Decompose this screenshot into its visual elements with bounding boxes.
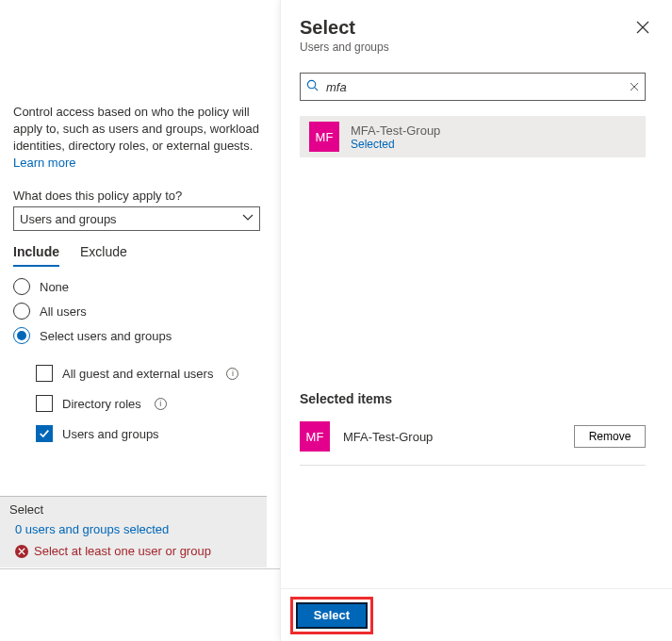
check-users-groups[interactable]: Users and groups [36,425,267,442]
apply-to-dropdown[interactable]: Users and groups [13,206,260,231]
tab-exclude[interactable]: Exclude [80,244,127,267]
search-icon [306,79,319,94]
avatar: MF [309,122,339,152]
radio-icon [13,303,30,320]
footer-divider [0,568,280,569]
checkbox-icon [36,395,53,412]
chevron-down-icon [242,212,254,226]
check-roles-label: Directory roles [62,397,141,411]
select-button[interactable]: Select [296,602,368,629]
svg-point-0 [307,80,315,88]
apply-to-label: What does this policy apply to? [13,189,267,203]
radio-select-label: Select users and groups [40,329,172,343]
highlight-box: Select [290,597,373,634]
close-icon [636,21,649,34]
select-panel: Select Users and groups MF MFA-Test-Grou… [280,0,672,641]
close-button[interactable] [632,17,653,41]
check-guest-label: All guest and external users [62,367,213,381]
check-guest-users[interactable]: All guest and external users i [36,365,267,382]
description-text: Control access based on who the policy w… [13,105,259,153]
radio-all-label: All users [40,304,87,319]
avatar: MF [300,421,330,452]
summary-count-link[interactable]: 0 users and groups selected [15,522,257,536]
selected-item-row: MF MFA-Test-Group Remove [300,421,646,466]
summary-title: Select [9,502,257,517]
tab-include[interactable]: Include [13,244,59,267]
search-box[interactable] [300,73,646,101]
radio-icon-selected [13,327,30,344]
checkbox-icon-checked [36,425,53,442]
check-groups-label: Users and groups [62,427,159,441]
info-icon[interactable]: i [155,398,167,410]
error-text: Select at least one user or group [34,544,211,558]
info-icon[interactable]: i [226,368,238,380]
remove-button[interactable]: Remove [574,425,646,448]
clear-search-button[interactable] [630,80,639,94]
radio-none[interactable]: None [13,278,267,295]
radio-all-users[interactable]: All users [13,303,267,320]
panel-title: Select [300,17,389,39]
radio-select-users[interactable]: Select users and groups [13,327,267,344]
left-panel: Control access based on who the policy w… [0,0,280,641]
panel-footer: Select [281,588,672,641]
user-type-checkboxes: All guest and external users i Directory… [36,365,267,442]
radio-icon [13,278,30,295]
search-input[interactable] [324,79,624,95]
result-name: MFA-Test-Group [351,123,440,138]
search-result-item[interactable]: MF MFA-Test-Group Selected [300,116,646,157]
selected-item-name: MFA-Test-Group [343,430,433,444]
apply-to-value: Users and groups [20,212,117,226]
include-exclude-tabs: Include Exclude [13,244,267,267]
selected-items-heading: Selected items [300,391,646,406]
error-icon [15,545,28,558]
include-radio-group: None All users Select users and groups [13,278,267,344]
radio-none-label: None [40,280,69,294]
error-row: Select at least one user or group [15,544,257,558]
selection-summary: Select 0 users and groups selected Selec… [0,496,267,567]
policy-description: Control access based on who the policy w… [13,104,267,172]
check-directory-roles[interactable]: Directory roles i [36,395,267,412]
panel-subtitle: Users and groups [300,41,389,54]
learn-more-link[interactable]: Learn more [13,156,75,170]
selected-items-section: Selected items MF MFA-Test-Group Remove [300,391,646,466]
checkbox-icon [36,365,53,382]
clear-icon [630,82,639,91]
result-state: Selected [351,138,440,151]
